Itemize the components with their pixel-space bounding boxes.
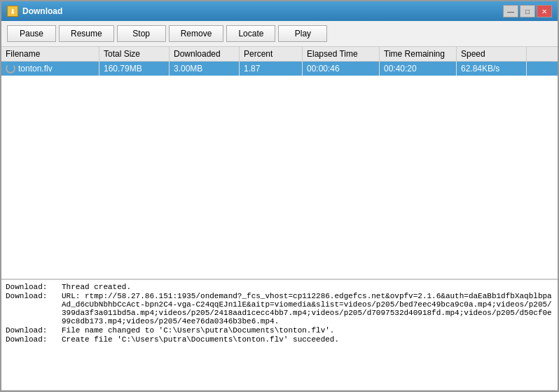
pause-button[interactable]: Pause — [7, 25, 56, 42]
title-bar-left: ⬇ Download — [7, 6, 62, 17]
download-window: ⬇ Download — □ ✕ Pause Resume Stop Remov… — [0, 0, 559, 392]
log-entry-1: Download: URL: rtmp://58.27.86.151:1935/… — [6, 292, 553, 326]
cell-speed: 62.84KB/s — [457, 62, 527, 76]
log-text-2: File name changed to 'C:\Users\putra\Doc… — [62, 326, 334, 335]
remove-button[interactable]: Remove — [169, 25, 224, 42]
cell-total-size: 160.79MB — [99, 62, 170, 76]
log-entry-2: Download: File name changed to 'C:\Users… — [6, 326, 553, 335]
log-label-0: Download: — [6, 283, 62, 291]
close-button[interactable]: ✕ — [537, 5, 552, 18]
col-header-speed: Speed — [457, 47, 527, 61]
title-controls: — □ ✕ — [503, 5, 552, 18]
cell-percent: 1.87 — [240, 62, 303, 76]
toolbar: Pause Resume Stop Remove Locate Play — [1, 21, 558, 47]
empty-area — [1, 170, 558, 279]
title-bar: ⬇ Download — □ ✕ — [1, 1, 558, 21]
table-header: Filename Total Size Downloaded Percent E… — [1, 47, 558, 62]
locate-button[interactable]: Locate — [226, 25, 275, 42]
log-label-3: Download: — [6, 335, 62, 344]
col-header-elapsed-time: Elapsed Time — [303, 47, 380, 61]
stop-button[interactable]: Stop — [117, 25, 166, 42]
cell-downloaded: 3.00MB — [170, 62, 240, 76]
table-body: tonton.flv 160.79MB 3.00MB 1.87 00:00:46… — [1, 62, 558, 170]
col-header-time-remaining: Time Remaining — [380, 47, 457, 61]
loading-icon — [6, 64, 15, 74]
cell-elapsed-time: 00:00:46 — [303, 62, 380, 76]
play-button[interactable]: Play — [278, 25, 327, 42]
window-icon: ⬇ — [7, 6, 18, 17]
col-header-downloaded: Downloaded — [170, 47, 240, 61]
log-entry-0: Download: Thread created. — [6, 283, 553, 291]
log-label-2: Download: — [6, 326, 62, 335]
table-row[interactable]: tonton.flv 160.79MB 3.00MB 1.87 00:00:46… — [1, 62, 558, 76]
window-title: Download — [22, 6, 62, 16]
cell-time-remaining: 00:40:20 — [380, 62, 457, 76]
log-area[interactable]: Download: Thread created. Download: URL:… — [1, 279, 558, 391]
minimize-button[interactable]: — — [503, 5, 518, 18]
log-text-0: Thread created. — [62, 283, 131, 291]
log-text-3: Create file 'C:\Users\putra\Documents\to… — [62, 335, 339, 344]
resume-button[interactable]: Resume — [59, 25, 114, 42]
maximize-button[interactable]: □ — [520, 5, 535, 18]
col-header-percent: Percent — [240, 47, 303, 61]
log-entry-3: Download: Create file 'C:\Users\putra\Do… — [6, 335, 553, 344]
log-text-1: URL: rtmp://58.27.86.151:1935/ondemand?_… — [62, 292, 553, 326]
col-header-filename: Filename — [1, 47, 99, 61]
col-header-total-size: Total Size — [99, 47, 170, 61]
cell-filename: tonton.flv — [1, 62, 99, 76]
log-label-1: Download: — [6, 292, 62, 326]
